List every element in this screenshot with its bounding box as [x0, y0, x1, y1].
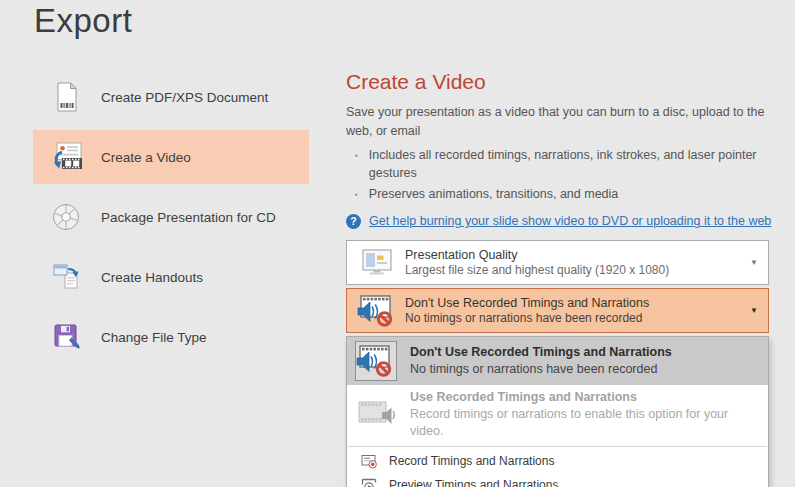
sidebar-item-change-file-type[interactable]: Change File Type	[33, 310, 309, 364]
menu-separator	[348, 446, 767, 447]
package-cd-icon	[47, 200, 85, 234]
sidebar-item-label: Create a Video	[101, 150, 191, 165]
create-video-panel: Create a Video Save your presentation as…	[346, 70, 772, 487]
bullet-item: ▪ Includes all recorded timings, narrati…	[346, 146, 761, 182]
video-no-audio-icon	[355, 341, 397, 381]
timings-dropdown-title: Don't Use Recorded Timings and Narration…	[405, 296, 744, 310]
timings-dropdown-texts: Don't Use Recorded Timings and Narration…	[405, 296, 744, 325]
menu-item-title: Don't Use Recorded Timings and Narration…	[410, 344, 672, 361]
sidebar-item-label: Create PDF/XPS Document	[101, 90, 268, 105]
sidebar-item-create-a-video[interactable]: Create a Video	[33, 130, 309, 184]
menu-item-label: Record Timings and Narrations	[389, 454, 554, 468]
timings-dropdown-subtitle: No timings or narrations have been recor…	[405, 311, 744, 325]
timings-menu: Don't Use Recorded Timings and Narration…	[346, 336, 769, 487]
quality-dropdown-subtitle: Largest file size and highest quality (1…	[405, 263, 744, 277]
menu-item-title: Use Recorded Timings and Narrations	[410, 389, 760, 406]
page-title: Export	[34, 2, 132, 40]
change-file-type-icon	[47, 320, 85, 354]
sidebar-item-create-pdf-xps[interactable]: Create PDF/XPS Document	[33, 70, 309, 124]
sidebar-item-package-for-cd[interactable]: Package Presentation for CD	[33, 190, 309, 244]
video-audio-disabled-icon	[355, 399, 397, 429]
record-timings-icon	[360, 453, 378, 469]
quality-dropdown[interactable]: Presentation Quality Largest file size a…	[346, 240, 769, 285]
menu-item-subtitle: Record timings or narrations to enable t…	[410, 406, 760, 440]
sidebar: Create PDF/XPS Document	[33, 70, 309, 370]
menu-item-preview-timings[interactable]: Preview Timings and Narrations	[347, 473, 768, 487]
timings-dropdown[interactable]: Don't Use Recorded Timings and Narration…	[346, 288, 769, 333]
quality-dropdown-texts: Presentation Quality Largest file size a…	[405, 248, 744, 277]
menu-item-dont-use-timings[interactable]: Don't Use Recorded Timings and Narration…	[347, 337, 768, 385]
preview-timings-icon	[360, 477, 378, 487]
bullet-text: Preserves animations, transitions, and m…	[369, 185, 618, 203]
export-backstage: Export Create PDF/XPS Document	[0, 0, 795, 487]
chevron-down-icon: ▼	[750, 306, 758, 315]
panel-title: Create a Video	[346, 70, 772, 94]
menu-item-use-recorded-timings[interactable]: Use Recorded Timings and Narrations Reco…	[347, 385, 768, 444]
menu-item-texts: Don't Use Recorded Timings and Narration…	[410, 344, 672, 378]
menu-item-record-timings[interactable]: Record Timings and Narrations	[347, 449, 768, 473]
bullet-square-icon: ▪	[355, 150, 358, 182]
sidebar-item-label: Change File Type	[101, 330, 207, 345]
sidebar-item-label: Create Handouts	[101, 270, 203, 285]
bullet-item: ▪ Preserves animations, transitions, and…	[346, 185, 761, 203]
help-row: ? Get help burning your slide show video…	[346, 214, 772, 229]
quality-dropdown-title: Presentation Quality	[405, 248, 744, 262]
create-handouts-icon	[47, 260, 85, 294]
help-link[interactable]: Get help burning your slide show video t…	[369, 214, 771, 228]
menu-item-texts: Use Recorded Timings and Narrations Reco…	[410, 389, 760, 440]
menu-item-label: Preview Timings and Narrations	[389, 478, 558, 487]
create-video-icon	[47, 140, 85, 174]
help-icon: ?	[346, 214, 361, 229]
presentation-quality-icon	[357, 247, 397, 279]
bullet-text: Includes all recorded timings, narration…	[369, 146, 761, 182]
menu-item-subtitle: No timings or narrations have been recor…	[410, 361, 672, 378]
chevron-down-icon: ▼	[750, 258, 758, 267]
sidebar-item-create-handouts[interactable]: Create Handouts	[33, 250, 309, 304]
sidebar-item-label: Package Presentation for CD	[101, 210, 276, 225]
panel-description: Save your presentation as a video that y…	[346, 103, 767, 141]
feature-bullets: ▪ Includes all recorded timings, narrati…	[346, 146, 772, 203]
bullet-square-icon: ▪	[355, 189, 358, 203]
video-no-audio-icon	[357, 294, 397, 328]
pdf-xps-document-icon	[47, 80, 85, 114]
